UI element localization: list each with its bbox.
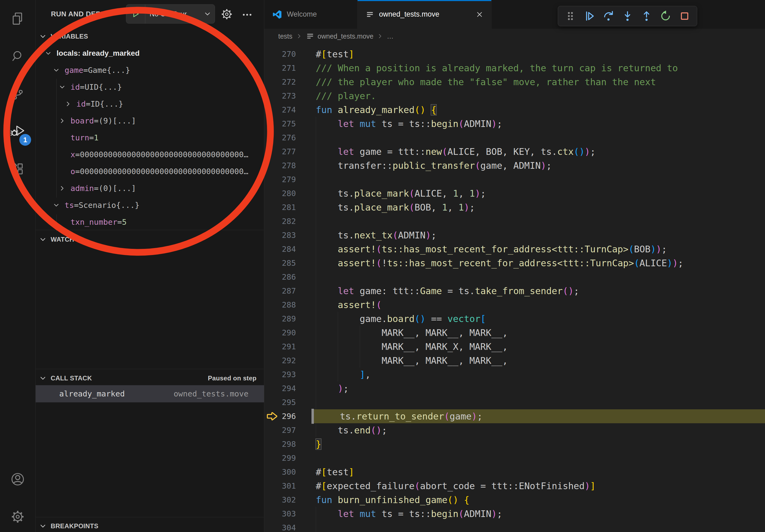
source-control-icon [10,87,25,101]
code-line-276[interactable]: 276 [264,131,765,145]
start-debug-button[interactable] [126,5,145,23]
variable-row[interactable]: board = (9)[...] [36,112,264,129]
step-out-button[interactable] [637,8,656,25]
code-line-274[interactable]: 274fun already_marked() { [264,103,765,117]
code-line-291[interactable]: 291 MARK__, MARK_X, MARK__, [264,340,765,354]
close-icon[interactable] [476,11,483,18]
chevron-right-icon [64,101,73,107]
variable-row[interactable]: game = Game{...} [36,62,264,79]
code-line-303[interactable]: 303 let mut ts = ts::begin(ADMIN); [264,507,765,521]
code-line-296[interactable]: 296 ts.return_to_sender(game); [264,409,765,423]
variable-row[interactable]: txn_number = 5 [36,213,264,230]
code-line-281[interactable]: 281 ts.place_mark(BOB, 1, 1); [264,200,765,214]
breakpoints-section-header[interactable]: BREAKPOINTS [36,519,264,532]
stop-button[interactable] [675,8,694,25]
code-line-280[interactable]: 280 ts.place_mark(ALICE, 1, 1); [264,186,765,200]
launch-config-dropdown[interactable]: No Configur [126,4,215,24]
variable-row[interactable]: o = 00000000000000000000000000000000000… [36,163,264,180]
variable-row[interactable]: ts = Scenario{...} [36,197,264,213]
glyph-margin [264,298,280,312]
activity-item-explorer[interactable] [0,0,35,38]
code-line-286[interactable]: 286 [264,270,765,284]
run-and-debug-sidebar: RUN AND DEBUG No Configur VARIABLES loca… [36,0,264,532]
variable-row[interactable]: id = UID{...} [36,79,264,95]
restart-button[interactable] [656,8,675,25]
debug-settings-gear-button[interactable] [221,8,233,20]
code-line-298[interactable]: 298} [264,437,765,451]
code-line-270[interactable]: 270#[test] [264,47,765,61]
code-line-283[interactable]: 283 ts.next_tx(ADMIN); [264,228,765,242]
line-number: 290 [280,326,296,340]
variable-value: 5 [122,217,127,227]
code-line-275[interactable]: 275 let mut ts = ts::begin(ADMIN); [264,117,765,131]
code-line-273[interactable]: 273/// player. [264,89,765,103]
chevron-down-icon [52,67,61,73]
tree-indent-guide [56,214,57,231]
code-area[interactable]: 270#[test]271/// When a position is alre… [264,44,765,532]
code-text: assert!( [312,298,765,312]
code-line-284[interactable]: 284 assert!(ts::has_most_recent_for_addr… [264,242,765,256]
line-number: 280 [280,186,296,200]
activity-item-search[interactable] [0,38,35,75]
debug-badge: 1 [19,134,31,146]
code-line-289[interactable]: 289 game.board() == vector[ [264,312,765,326]
glyph-margin [264,451,280,465]
code-line-278[interactable]: 278 transfer::public_transfer(game, ADMI… [264,158,765,172]
code-line-287[interactable]: 287 let game: ttt::Game = ts.take_from_s… [264,284,765,298]
code-line-290[interactable]: 290 MARK__, MARK__, MARK__, [264,326,765,340]
call-stack-section-header[interactable]: CALL STACK Paused on step [36,371,264,385]
chevron-down-icon [39,33,46,40]
gripper-icon [564,10,576,22]
line-number: 295 [280,396,296,409]
activity-item-extensions[interactable] [0,150,35,187]
code-line-288[interactable]: 288 assert!( [264,298,765,312]
call-stack-frame[interactable]: already_markedowned_tests.move [36,385,264,402]
section-divider [36,369,264,369]
variable-row[interactable]: turn = 1 [36,129,264,146]
line-number: 299 [280,451,296,465]
code-text: ts.next_tx(ADMIN); [312,228,765,242]
variable-row[interactable]: admin = (0)[...] [36,180,264,197]
tab-welcome[interactable]: Welcome [264,0,358,29]
drag-handle-button[interactable] [561,8,580,25]
code-text: /// the player who made the "false" move… [312,75,765,89]
tab-owned-tests-move[interactable]: owned_tests.move [358,0,491,29]
debug-toolbar[interactable] [558,6,697,26]
more-actions-button[interactable] [241,9,253,21]
code-line-285[interactable]: 285 assert!(!ts::has_most_recent_for_add… [264,256,765,270]
activity-item-run-and-debug[interactable]: 1 [0,113,35,150]
step-into-button[interactable] [618,8,637,25]
code-line-299[interactable]: 299 [264,451,765,465]
code-line-301[interactable]: 301#[expected_failure(abort_code = ttt::… [264,479,765,493]
code-line-304[interactable]: 304 [264,521,765,532]
watch-section-header[interactable]: WATCH [36,232,264,246]
line-number: 275 [280,117,296,131]
code-line-282[interactable]: 282 [264,214,765,228]
stop-icon [678,10,691,22]
code-line-272[interactable]: 272/// the player who made the "false" m… [264,75,765,89]
code-line-279[interactable]: 279 [264,172,765,186]
code-text [312,396,765,409]
code-line-300[interactable]: 300#[test] [264,465,765,479]
code-line-297[interactable]: 297 ts.end(); [264,423,765,437]
variables-scope-row[interactable]: locals: already_marked [36,45,264,62]
breadcrumb-item[interactable]: owned_tests.move [306,32,374,40]
code-line-271[interactable]: 271/// When a position is already marked… [264,61,765,75]
code-line-292[interactable]: 292 MARK__, MARK__, MARK__, [264,354,765,368]
activity-item-settings[interactable] [0,498,35,532]
variable-row[interactable]: id = ID{...} [36,95,264,112]
continue-button[interactable] [580,8,599,25]
line-number: 273 [280,89,296,103]
code-line-294[interactable]: 294 ); [264,382,765,396]
activity-item-source-control[interactable] [0,75,35,113]
activity-item-account[interactable] [0,460,35,498]
code-line-293[interactable]: 293 ], [264,368,765,382]
code-line-277[interactable]: 277 let game = ttt::new(ALICE, BOB, KEY,… [264,145,765,158]
code-line-295[interactable]: 295 [264,396,765,409]
variables-section-header[interactable]: VARIABLES [36,30,264,43]
code-line-302[interactable]: 302fun burn_unfinished_game() { [264,493,765,507]
step-over-button[interactable] [599,8,618,25]
variable-row[interactable]: x = 00000000000000000000000000000000000… [36,146,264,163]
breadcrumb-item[interactable]: … [387,32,393,40]
breadcrumb-item[interactable]: tests [278,32,293,40]
